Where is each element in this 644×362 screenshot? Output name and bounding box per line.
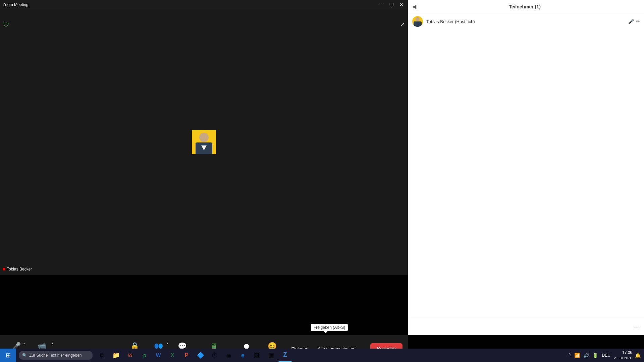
taskbar-file-explorer[interactable]: 📁	[109, 349, 123, 362]
participant-icons: 🎤 ✏	[628, 19, 640, 24]
name-label: Tobias Becker	[3, 267, 32, 272]
search-bar[interactable]: 🔍	[19, 351, 93, 360]
taskbar-chrome[interactable]: ◉	[222, 349, 235, 362]
search-input[interactable]	[29, 353, 83, 358]
user-avatar	[192, 130, 216, 154]
participant-edit-icon: ✏	[636, 19, 640, 24]
window-title: Zoom Meeting	[3, 2, 29, 7]
taskbar-photos[interactable]: 🖼	[250, 349, 264, 362]
avatar-head	[199, 133, 209, 142]
close-button[interactable]: ✕	[398, 1, 405, 8]
expand-icon[interactable]: ⤢	[400, 21, 405, 28]
taskbar-excel[interactable]: X	[166, 349, 179, 362]
video-caret[interactable]: ▲	[51, 342, 54, 345]
windows-icon: ⊞	[6, 352, 11, 359]
participants-panel: ◀ Teilnehmer (1) Tobias Becker (Host, ic…	[408, 0, 644, 335]
participant-head	[416, 17, 420, 21]
audio-caret[interactable]: ▲	[23, 342, 25, 345]
panel-footer: Einladen Alle stummschalten ⋯	[408, 318, 644, 335]
titlebar: Zoom Meeting − ❐ ✕	[0, 0, 408, 9]
clock-date: 21.10.2020	[614, 356, 632, 361]
panel-collapse-button[interactable]: ◀	[412, 3, 416, 10]
participant-item: Tobias Becker (Host, ich) 🎤 ✏	[408, 13, 644, 29]
avatar-body	[196, 142, 212, 154]
search-icon: 🔍	[22, 353, 27, 358]
avatar-silhouette	[192, 130, 216, 154]
tray-arrow[interactable]: ^	[568, 352, 572, 359]
tray-volume[interactable]: 🔊	[583, 352, 590, 359]
panel-invite-button[interactable]: Einladen	[412, 322, 436, 331]
taskbar-timer-app[interactable]: ⏱	[208, 349, 221, 362]
system-clock[interactable]: 17:06 21.10.2020	[614, 350, 632, 361]
shield-icon: 🛡	[3, 21, 10, 28]
participant-mic-icon: 🎤	[628, 19, 634, 24]
participant-name: Tobias Becker (Host, ich)	[426, 19, 625, 24]
tray-network[interactable]: 📶	[574, 352, 581, 359]
panel-more-button[interactable]: ⋯	[634, 323, 640, 330]
taskbar-task-view[interactable]: ⧉	[95, 349, 109, 362]
windows-taskbar: ⊞ 🔍 ⧉ 📁 69 ♬ W X P 🔷 ⏱ ◉ e 🖼 ▦ Z ^ 📶 🔊 🔋…	[0, 349, 644, 362]
participant-body	[414, 21, 422, 27]
participants-caret[interactable]: ▲	[166, 342, 169, 345]
taskbar-edge[interactable]: e	[236, 349, 250, 362]
restore-button[interactable]: ❐	[388, 1, 395, 8]
tray-battery[interactable]: 🔋	[592, 352, 599, 359]
muted-indicator	[3, 268, 5, 270]
meeting-area: 🛡 ⤢ Tobias Becker	[0, 9, 408, 275]
panel-mute-all-button[interactable]: Alle stummschalten	[439, 322, 483, 331]
user-name-text: Tobias Becker	[7, 267, 32, 272]
window-controls: − ❐ ✕	[378, 1, 405, 8]
share-tooltip: Freigeben (Alt+S)	[311, 324, 348, 331]
avatar-collar	[201, 145, 207, 150]
system-tray: ^ 📶 🔊 🔋 DEU 17:06 21.10.2020 🔔	[565, 350, 644, 361]
language-indicator: DEU	[602, 353, 610, 358]
panel-header: ◀ Teilnehmer (1)	[408, 0, 644, 13]
taskbar-app13[interactable]: ▦	[264, 349, 278, 362]
taskbar-spotify[interactable]: ♬	[138, 349, 151, 362]
start-button[interactable]: ⊞	[0, 349, 16, 362]
user-video-tile	[192, 130, 216, 154]
minimize-button[interactable]: −	[378, 1, 385, 8]
action-center-icon[interactable]: 🔔	[634, 352, 641, 359]
panel-title: Teilnehmer (1)	[509, 4, 541, 9]
taskbar-zoom[interactable]: Z	[278, 349, 292, 362]
taskbar-word[interactable]: W	[152, 349, 165, 362]
participant-avatar	[412, 16, 423, 27]
taskbar-app-icons: ⧉ 📁 69 ♬ W X P 🔷 ⏱ ◉ e 🖼 ▦ Z	[95, 349, 565, 362]
clock-time: 17:06	[614, 350, 632, 356]
taskbar-app-69[interactable]: 69	[123, 349, 137, 362]
taskbar-app-diamond[interactable]: 🔷	[194, 349, 207, 362]
taskbar-powerpoint[interactable]: P	[180, 349, 193, 362]
